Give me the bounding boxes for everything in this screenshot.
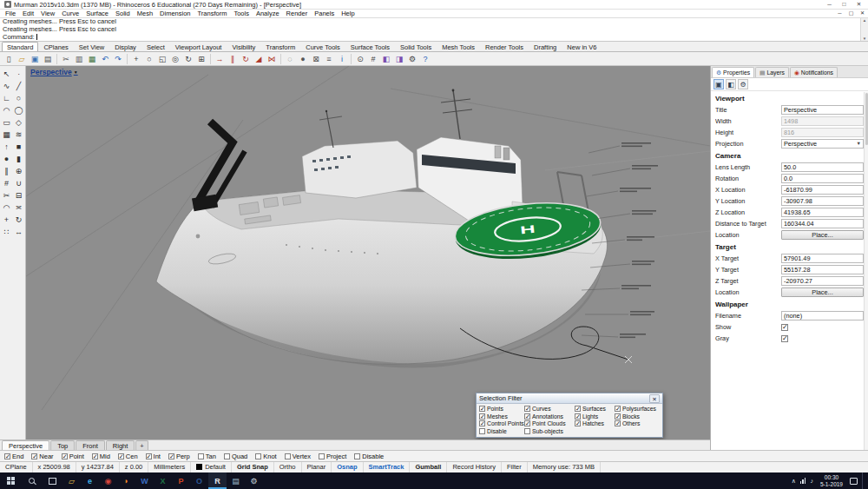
new-viewport-tab-button[interactable]: + — [135, 440, 148, 450]
field-x-target[interactable]: 57901.49 — [781, 254, 864, 263]
render-icon[interactable]: ◧ — [380, 53, 392, 65]
status-osnap[interactable]: Osnap — [332, 462, 363, 473]
checkbox-hatches[interactable] — [575, 420, 581, 426]
file-explorer-icon[interactable]: ▱ — [62, 472, 81, 489]
split-icon[interactable]: ⊟ — [13, 189, 25, 202]
tab-layers[interactable]: ▤Layers — [755, 67, 789, 77]
viewport-tab-right[interactable]: Right — [106, 440, 135, 450]
options-icon[interactable]: ⚙ — [406, 53, 418, 65]
new-file-icon[interactable]: ▯ — [3, 53, 15, 65]
checkbox-osnap-mid[interactable] — [92, 453, 98, 459]
rotate-view-icon[interactable]: ↻ — [182, 53, 194, 65]
status-record-history[interactable]: Record History — [447, 462, 502, 473]
location-button[interactable]: Place... — [781, 230, 864, 240]
close-button[interactable]: ✕ — [852, 0, 866, 9]
zoom-dynamic-icon[interactable]: ○ — [143, 53, 155, 65]
toolbar-tab-standard[interactable]: Standard — [2, 42, 38, 51]
viewport-tab-perspective[interactable]: Perspective — [2, 440, 49, 450]
menu-transform[interactable]: Transform — [194, 10, 231, 17]
field-title[interactable]: Perspective — [781, 105, 864, 115]
box-icon[interactable]: ■ — [13, 141, 25, 153]
trim-icon[interactable]: ✂ — [1, 189, 13, 202]
field-z-target[interactable]: -20970.27 — [781, 276, 864, 286]
point-icon[interactable]: ∙ — [13, 68, 25, 80]
cylinder-icon[interactable]: ▮ — [13, 153, 25, 165]
checkbox-osnap-point[interactable] — [62, 453, 68, 459]
maximize-button[interactable]: □ — [837, 0, 852, 9]
array-icon[interactable]: ∷ — [1, 226, 13, 238]
save-icon[interactable]: ▣ — [29, 53, 41, 65]
checkbox-points[interactable] — [479, 406, 485, 412]
checkbox-osnap-tan[interactable] — [198, 453, 204, 459]
command-scrollbar[interactable]: ▲ ▼ — [860, 18, 868, 41]
field-z-location[interactable]: 41938.65 — [781, 208, 864, 217]
field-x-location[interactable]: -61870.99 — [781, 185, 864, 195]
field-y-location[interactable]: -30907.98 — [781, 196, 864, 206]
checkbox-osnap-knot[interactable] — [255, 453, 261, 459]
hidden-icons-icon[interactable]: ∧ — [792, 478, 796, 485]
osnap-toggle-icon[interactable]: ⊙ — [354, 53, 366, 65]
checkbox-osnap-perp[interactable] — [168, 453, 174, 459]
menu-mesh[interactable]: Mesh — [134, 10, 156, 17]
cut-icon[interactable]: ✂ — [60, 53, 72, 65]
checkbox-blocks[interactable] — [615, 413, 621, 420]
rotate-tool-icon[interactable]: ↻ — [13, 214, 25, 226]
toolbar-tab-surface-tools[interactable]: Surface Tools — [345, 42, 395, 51]
checkbox-osnap-quad[interactable] — [224, 453, 230, 459]
checkbox-osnap-int[interactable] — [146, 453, 152, 459]
status-grid-snap[interactable]: Grid Snap — [232, 462, 274, 473]
toolbar-tab-display[interactable]: Display — [109, 42, 141, 51]
taskbar-clock[interactable]: 00:30 5-1-2019 — [818, 474, 845, 487]
render-preview-icon[interactable]: ◨ — [393, 53, 405, 65]
status-x-25009-98[interactable]: x 25009.98 — [33, 462, 76, 473]
checkbox-others[interactable] — [615, 420, 621, 426]
rotate-icon[interactable]: ↻ — [240, 53, 252, 65]
show-desktop-button[interactable] — [862, 472, 865, 489]
pan-icon[interactable]: + — [130, 53, 142, 65]
menu-view[interactable]: View — [37, 10, 58, 17]
checkbox-polysurfaces[interactable] — [615, 406, 621, 412]
ellipse-icon[interactable]: ◯ — [13, 104, 25, 116]
scale-icon[interactable]: ◢ — [253, 53, 265, 65]
rectangle-icon[interactable]: ▭ — [1, 116, 13, 129]
viewport-title-menu[interactable]: Perspective ▼ — [30, 68, 78, 76]
viewport-title[interactable]: Perspective — [30, 68, 72, 76]
toolbar-tab-solid-tools[interactable]: Solid Tools — [395, 42, 437, 51]
field-filename[interactable]: (none) — [781, 311, 864, 320]
checkbox-osnap-disable[interactable] — [354, 453, 360, 459]
viewport-perspective[interactable]: H — [26, 66, 710, 439]
menu-edit[interactable]: Edit — [19, 10, 37, 17]
checkbox-surfaces[interactable] — [575, 406, 581, 412]
status-cplane[interactable]: CPlane — [0, 462, 33, 473]
toolbar-tab-set-view[interactable]: Set View — [74, 42, 109, 51]
surface-icon[interactable]: ▦ — [1, 129, 13, 141]
checkbox-sub-objects[interactable] — [524, 428, 530, 434]
curve-icon[interactable]: ∿ — [1, 80, 13, 92]
start-button[interactable] — [0, 472, 21, 489]
selection-filter-dialog[interactable]: Selection Filter ✕ PointsCurvesSurfacesP… — [476, 393, 663, 438]
menu-panels[interactable]: Panels — [311, 10, 338, 17]
checkbox-control-points[interactable] — [479, 420, 485, 426]
status-memory-use-733-mb[interactable]: Memory use: 733 MB — [528, 462, 601, 473]
viewport-tab-top[interactable]: Top — [50, 440, 75, 450]
pipe-icon[interactable]: ∥ — [1, 165, 13, 177]
checkbox-point-clouds[interactable] — [524, 420, 530, 426]
move-tool-icon[interactable]: + — [1, 214, 13, 226]
extrude-icon[interactable]: ↑ — [1, 141, 13, 153]
layers-icon[interactable]: ≡ — [323, 53, 335, 65]
mirror-icon[interactable]: ⋈ — [266, 53, 278, 65]
viewport-tab-front[interactable]: Front — [76, 440, 105, 450]
offset-icon[interactable]: ≍ — [13, 202, 25, 214]
toolbar-tab-transform[interactable]: Transform — [260, 42, 300, 51]
toolbar-tab-cplanes[interactable]: CPlanes — [38, 42, 73, 51]
status-smarttrack[interactable]: SmartTrack — [364, 462, 411, 473]
status-gumball[interactable]: Gumball — [410, 462, 447, 473]
fillet-icon[interactable]: ◠ — [1, 202, 13, 214]
circle-icon[interactable]: ○ — [13, 92, 25, 104]
move-icon[interactable]: → — [214, 53, 226, 65]
polygon-icon[interactable]: ◇ — [13, 116, 25, 129]
excel-icon[interactable]: X — [154, 472, 172, 489]
line-icon[interactable]: ╱ — [13, 80, 25, 92]
word-icon[interactable]: W — [135, 472, 154, 489]
accommodation-block[interactable] — [302, 141, 417, 198]
